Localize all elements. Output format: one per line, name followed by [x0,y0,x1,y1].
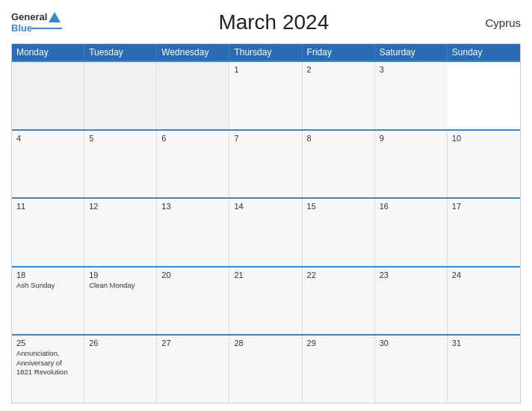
day-cell-16: 16 [375,199,448,266]
day-cell-1: 1 [229,62,302,129]
day-cell-31: 31 [448,336,520,403]
day-cell-8: 8 [303,131,375,198]
day-cell-22: 22 [303,268,375,335]
day-cell-26: 26 [84,336,157,403]
day-cell-17: 17 [448,199,520,266]
header-monday: Monday [12,44,84,61]
day-cell-15: 15 [303,199,375,266]
header-tuesday: Tuesday [84,44,157,61]
calendar-page: General Blue March 2024 Cyprus Monday Tu… [0,0,532,411]
day-cell-2: 2 [303,62,375,129]
day-cell-4: 4 [12,131,84,198]
logo-general-text: General [11,11,47,22]
day-cell-12: 12 [84,199,157,266]
logo: General Blue [11,11,62,34]
header: General Blue March 2024 Cyprus [11,7,521,37]
day-cell-20: 20 [157,268,229,335]
day-cell-13: 13 [157,199,229,266]
day-cell-24: 24 [448,268,520,335]
day-cell-7: 7 [229,131,302,198]
day-cell-25: 25 Annunciation, Anniversary of 1821 Rev… [12,336,84,403]
page-title: March 2024 [218,10,329,34]
country-label: Cyprus [485,16,521,29]
day-cell-30: 30 [375,336,448,403]
day-cell-28: 28 [229,336,302,403]
week-row-2: 4 5 6 7 8 9 10 [12,129,520,198]
header-thursday: Thursday [229,44,302,61]
logo-underline [32,28,62,29]
header-friday: Friday [303,44,375,61]
day-cell-11: 11 [12,199,84,266]
day-cell-6: 6 [157,131,229,198]
day-cell-29: 29 [303,336,375,403]
day-cell-empty [12,62,84,129]
day-cell-19: 19 Clean Monday [84,268,157,335]
day-cell-21: 21 [229,268,302,335]
week-row-4: 18 Ash Sunday 19 Clean Monday 20 21 22 2 [12,266,520,335]
header-sunday: Sunday [448,44,520,61]
day-cell-10: 10 [448,131,520,198]
day-cell-9: 9 [375,131,448,198]
day-headers-row: Monday Tuesday Wednesday Thursday Friday… [12,44,520,61]
day-cell-27: 27 [157,336,229,403]
calendar: Monday Tuesday Wednesday Thursday Friday… [11,43,521,404]
week-row-5: 25 Annunciation, Anniversary of 1821 Rev… [12,334,520,403]
weeks-container: 1 2 3 4 5 6 [12,61,520,403]
header-wednesday: Wednesday [157,44,229,61]
day-cell-3: 3 [375,62,448,129]
logo-blue-text: Blue [11,22,32,34]
day-cell-5: 5 [84,131,157,198]
week-row-1: 1 2 3 [12,61,520,129]
week-row-3: 11 12 13 14 15 16 17 [12,197,520,266]
day-cell-14: 14 [229,199,302,266]
day-cell-18: 18 Ash Sunday [12,268,84,335]
header-saturday: Saturday [375,44,448,61]
day-cell-empty [84,62,157,129]
day-cell-23: 23 [375,268,448,335]
day-cell-empty [157,62,229,129]
logo-triangle-icon [49,12,61,22]
